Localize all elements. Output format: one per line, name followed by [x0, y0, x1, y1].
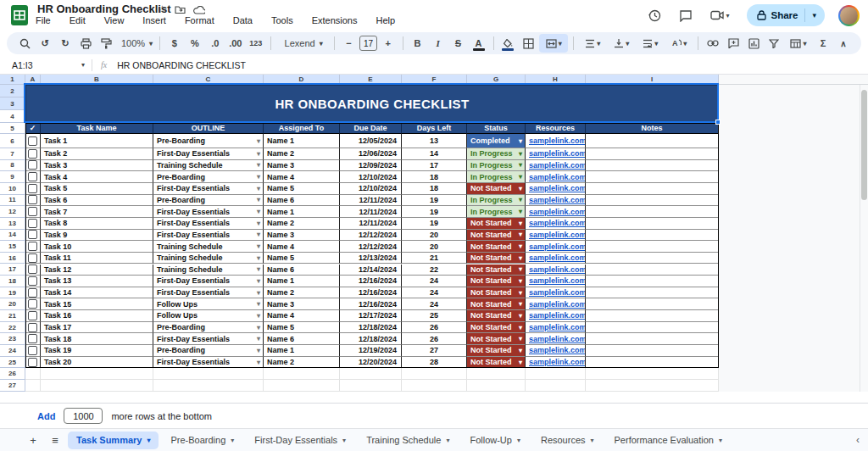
task-name-cell[interactable]: Task 16: [41, 310, 153, 322]
task-name-cell[interactable]: Task 6: [41, 195, 153, 207]
increase-font-size-button[interactable]: +: [379, 34, 398, 53]
days-left-cell[interactable]: 14: [402, 148, 467, 160]
row-header-15[interactable]: 15: [0, 241, 25, 253]
dropdown-caret-icon[interactable]: ▾: [257, 277, 260, 285]
task-checkbox-cell[interactable]: [25, 183, 41, 195]
table-header-assigned[interactable]: Assigned To: [264, 123, 340, 134]
due-date-cell[interactable]: 12/09/2024: [340, 160, 402, 172]
sheet-tab-caret-icon[interactable]: ▾: [231, 437, 234, 444]
column-header-c[interactable]: C: [153, 75, 264, 85]
checkbox[interactable]: [28, 219, 37, 228]
resource-link[interactable]: samplelink.com: [529, 161, 586, 170]
task-checkbox-cell[interactable]: [25, 345, 41, 357]
notes-cell[interactable]: [586, 134, 719, 148]
resource-link-cell[interactable]: samplelink.com: [526, 183, 586, 195]
notes-cell[interactable]: [586, 357, 719, 369]
notes-cell[interactable]: [586, 253, 719, 264]
row-header-7[interactable]: 7: [0, 148, 25, 160]
assigned-to-cell[interactable]: Name 2: [264, 357, 340, 369]
row-header-17[interactable]: 17: [0, 264, 25, 276]
row-header-13[interactable]: 13: [0, 218, 25, 230]
resource-link[interactable]: samplelink.com: [529, 242, 586, 251]
task-name-cell[interactable]: Task 3: [41, 160, 153, 172]
assigned-to-cell[interactable]: Name 1: [264, 206, 340, 218]
row-header-26[interactable]: 26: [0, 368, 25, 380]
task-checkbox-cell[interactable]: [25, 206, 41, 218]
dropdown-caret-icon[interactable]: ▾: [519, 161, 522, 169]
resource-link-cell[interactable]: samplelink.com: [526, 134, 586, 148]
outline-dropdown-cell[interactable]: First-Day Essentials▾: [153, 206, 264, 218]
selection-fill-handle[interactable]: [715, 120, 721, 125]
resource-link-cell[interactable]: samplelink.com: [526, 230, 586, 242]
resource-link[interactable]: samplelink.com: [529, 196, 586, 204]
status-dropdown-cell[interactable]: Not Started▾: [467, 218, 526, 230]
days-left-cell[interactable]: 19: [402, 218, 467, 230]
sheet-tab-task-summary[interactable]: Task Summary▾: [68, 432, 159, 449]
due-date-cell[interactable]: 12/12/2024: [340, 230, 402, 242]
dropdown-caret-icon[interactable]: ▾: [519, 220, 522, 227]
resource-link-cell[interactable]: samplelink.com: [526, 206, 586, 218]
resource-link-cell[interactable]: samplelink.com: [526, 160, 586, 172]
outline-dropdown-cell[interactable]: Training Schedule▾: [153, 160, 264, 172]
days-left-cell[interactable]: 13: [402, 134, 467, 148]
status-dropdown-cell[interactable]: In Progress▾: [467, 206, 526, 218]
row-header-11[interactable]: 11: [0, 195, 25, 207]
checkbox[interactable]: [28, 323, 37, 332]
empty-cell[interactable]: [340, 368, 402, 380]
checkbox[interactable]: [28, 207, 37, 216]
name-box-caret-icon[interactable]: ▾: [81, 61, 85, 69]
account-avatar[interactable]: [838, 5, 860, 26]
checkbox[interactable]: [28, 299, 37, 309]
checkbox[interactable]: [28, 184, 37, 193]
empty-cell[interactable]: [340, 380, 402, 392]
due-date-cell[interactable]: 12/10/2024: [340, 171, 402, 183]
title-banner-cell[interactable]: HR ONBOARDING CHECKLIST: [25, 85, 719, 123]
dropdown-caret-icon[interactable]: ▾: [519, 231, 522, 238]
dropdown-caret-icon[interactable]: ▾: [257, 231, 260, 238]
outline-dropdown-cell[interactable]: First-Day Essentials▾: [153, 218, 264, 230]
notes-cell[interactable]: [586, 171, 719, 183]
outline-dropdown-cell[interactable]: Follow Ups▾: [153, 310, 264, 322]
task-name-cell[interactable]: Task 10: [41, 241, 153, 253]
cloud-status-icon[interactable]: [193, 6, 205, 14]
add-rows-count-input[interactable]: 1000: [64, 408, 103, 424]
row-header-8[interactable]: 8: [0, 160, 25, 172]
outline-dropdown-cell[interactable]: Training Schedule▾: [153, 253, 264, 264]
row-header-4[interactable]: 4: [0, 110, 25, 123]
resource-link-cell[interactable]: samplelink.com: [526, 253, 586, 264]
menu-item-tools[interactable]: Tools: [270, 15, 295, 29]
due-date-cell[interactable]: 12/05/2024: [340, 134, 402, 148]
days-left-cell[interactable]: 19: [402, 206, 467, 218]
outline-dropdown-cell[interactable]: First-Day Essentials▾: [153, 333, 264, 345]
assigned-to-cell[interactable]: Name 5: [264, 253, 340, 264]
notes-cell[interactable]: [586, 287, 719, 299]
resource-link[interactable]: samplelink.com: [529, 219, 586, 227]
resource-link[interactable]: samplelink.com: [529, 300, 586, 309]
dropdown-caret-icon[interactable]: ▾: [519, 289, 522, 297]
days-left-cell[interactable]: 20: [402, 241, 467, 253]
text-wrap-button[interactable]: ▾: [637, 34, 664, 53]
task-checkbox-cell[interactable]: [25, 134, 41, 148]
empty-cell[interactable]: [153, 368, 264, 380]
checkbox[interactable]: [28, 311, 37, 320]
resource-link[interactable]: samplelink.com: [529, 323, 586, 331]
dropdown-caret-icon[interactable]: ▾: [519, 173, 522, 181]
dropdown-caret-icon[interactable]: ▾: [519, 312, 522, 320]
outline-dropdown-cell[interactable]: First-Day Essentials▾: [153, 148, 264, 160]
print-button[interactable]: [76, 34, 95, 53]
checkbox[interactable]: [28, 346, 37, 355]
empty-cell[interactable]: [25, 380, 41, 392]
row-header-14[interactable]: 14: [0, 230, 25, 242]
row-header-25[interactable]: 25: [0, 357, 25, 369]
due-date-cell[interactable]: 12/18/2024: [340, 333, 402, 345]
resource-link-cell[interactable]: samplelink.com: [526, 195, 586, 207]
resource-link-cell[interactable]: samplelink.com: [526, 310, 586, 322]
meet-caret-icon[interactable]: ▾: [726, 12, 729, 19]
dropdown-caret-icon[interactable]: ▾: [519, 185, 522, 192]
task-name-cell[interactable]: Task 2: [41, 148, 153, 160]
days-left-cell[interactable]: 17: [402, 160, 467, 172]
format-percent-button[interactable]: %: [186, 34, 204, 53]
dropdown-caret-icon[interactable]: ▾: [257, 254, 260, 262]
dropdown-caret-icon[interactable]: ▾: [257, 173, 260, 181]
task-checkbox-cell[interactable]: [25, 310, 41, 322]
